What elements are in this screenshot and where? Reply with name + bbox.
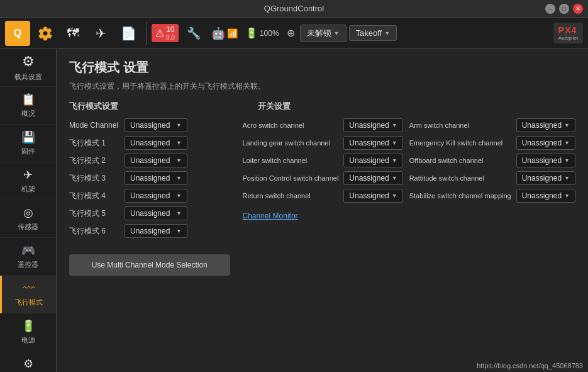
sidebar: ⚙ 载具设置 📋 概况 💾 固件 ✈ 机架 ◎ 传感器 🎮 遥控器 〰 飞行模式…	[0, 49, 57, 372]
rattitude-switch-select[interactable]: Unassigned ▼	[516, 171, 575, 185]
mode-channel-value: Unassigned	[130, 121, 170, 130]
rattitude-switch-label: Rattitude switch channel	[409, 174, 511, 182]
emgcy-kill-arrow-icon: ▼	[564, 140, 570, 146]
stabilize-switch-select[interactable]: Unassigned ▼	[516, 189, 575, 203]
multi-channel-button[interactable]: Use Multi Channel Mode Selection	[69, 254, 230, 276]
flight-mode-5-label: 飞行模式 5	[69, 208, 119, 219]
arm-switch-row: Arm switch channel Unassigned ▼	[409, 118, 575, 132]
sidebar-item-sensors[interactable]: ◎ 传感器	[0, 200, 56, 238]
acro-switch-label: Acro switch channel	[243, 121, 339, 129]
sidebar-label-radio: 遥控器	[18, 260, 38, 269]
channel-monitor-link[interactable]: Channel Monitor	[243, 211, 576, 220]
maximize-button[interactable]: □	[559, 4, 569, 14]
signal-icon: 📶	[227, 28, 238, 38]
pos-ctrl-switch-select[interactable]: Unassigned ▼	[343, 171, 402, 185]
page-title: 飞行模式 设置	[69, 59, 575, 76]
vehicle-status: 🤖 📶	[209, 26, 240, 40]
sidebar-label-airframe: 机架	[21, 184, 35, 194]
sidebar-label-flightmodes: 飞行模式	[15, 298, 43, 307]
section-header-right: 开关设置	[258, 101, 575, 112]
settings-icon[interactable]	[33, 21, 58, 46]
sidebar-item-tools[interactable]: ⚙ 载具设置	[0, 49, 56, 87]
flight-mode-6-label: 飞行模式 6	[69, 226, 119, 237]
flight-mode-4-row: 飞行模式 4 Unassigned ▼	[69, 189, 230, 203]
flight-mode-2-select[interactable]: Unassigned ▼	[125, 154, 187, 167]
acro-switch-select[interactable]: Unassigned ▼	[343, 118, 402, 132]
sidebar-item-flightmodes[interactable]: 〰 飞行模式	[0, 276, 56, 313]
loiter-switch-select[interactable]: Unassigned ▼	[343, 154, 402, 167]
sidebar-label-tools: 载具设置	[14, 72, 42, 82]
takeoff-dropdown[interactable]: Takeoff ▼	[349, 25, 397, 41]
flight-mode-3-row: 飞行模式 3 Unassigned ▼	[69, 171, 230, 185]
offboard-switch-select[interactable]: Unassigned ▼	[516, 154, 575, 167]
sidebar-item-summary[interactable]: 📋 概况	[0, 87, 56, 125]
mode-channel-arrow-icon: ▼	[176, 122, 182, 128]
sidebar-label-sensors: 传感器	[18, 222, 38, 232]
plan-icon[interactable]: 🗺	[60, 21, 86, 46]
fly-icon[interactable]: ✈	[88, 21, 113, 46]
sidebar-item-motors[interactable]: ⚙ 电机	[0, 351, 56, 372]
sidebar-item-radio[interactable]: 🎮 遥控器	[0, 238, 56, 276]
radio-icon: 🎮	[21, 244, 35, 257]
acro-switch-arrow-icon: ▼	[392, 122, 397, 128]
arm-switch-arrow-icon: ▼	[564, 122, 570, 128]
rattitude-switch-row: Rattitude switch channel Unassigned ▼	[409, 171, 575, 185]
offboard-switch-row: Offboard switch channel Unassigned ▼	[409, 154, 575, 167]
stabilize-switch-value: Unassigned	[522, 191, 562, 200]
flight-mode-section: Mode Channel Unassigned ▼ 飞行模式 1 Unassig…	[69, 118, 230, 276]
sidebar-item-power[interactable]: 🔋 电源	[0, 313, 56, 351]
vehicle-icon: 🤖	[211, 26, 225, 40]
content-area: 飞行模式 设置 飞行模式设置，用于将遥控器上的开关与飞行模式相关联。 飞行模式设…	[57, 49, 588, 372]
landing-gear-select[interactable]: Unassigned ▼	[343, 136, 402, 150]
flight-mode-1-select[interactable]: Unassigned ▼	[125, 136, 187, 150]
pos-ctrl-switch-label: Position Control switch channel	[243, 174, 339, 182]
stabilize-switch-row: Stabilize switch channel mapping Unassig…	[409, 189, 575, 203]
switch-col-1: Acro switch channel Unassigned ▼ Landing…	[243, 118, 403, 203]
arm-switch-select[interactable]: Unassigned ▼	[516, 118, 575, 132]
tools-icon[interactable]: 🔧	[181, 21, 206, 46]
lock-dropdown[interactable]: 未解锁 ▼	[300, 25, 347, 42]
flight-mode-3-label: 飞行模式 3	[69, 173, 119, 184]
emgcy-kill-row: Emergency Kill switch channel Unassigned…	[409, 136, 575, 150]
mode-channel-select[interactable]: Unassigned ▼	[125, 118, 187, 132]
flight-mode-5-select[interactable]: Unassigned ▼	[125, 206, 187, 220]
arm-switch-label: Arm switch channel	[409, 121, 511, 129]
switch-col-2: Arm switch channel Unassigned ▼ Emergenc…	[409, 118, 575, 203]
analyze-icon[interactable]: 📄	[116, 21, 141, 46]
sidebar-item-airframe[interactable]: ✈ 机架	[0, 162, 56, 200]
window-controls: – □ ✕	[545, 4, 583, 14]
toolbar: Q 🗺 ✈ 📄 ⚠ 10 0.0 🔧 🤖 📶 🔋 100%	[0, 18, 588, 49]
warning-indicator[interactable]: ⚠ 10 0.0	[152, 24, 179, 42]
sidebar-label-firmware: 固件	[21, 147, 35, 156]
takeoff-label: Takeoff	[356, 28, 382, 38]
section-header-left: 飞行模式设置	[69, 101, 258, 112]
flight-mode-1-value: Unassigned	[130, 138, 170, 147]
qgc-icon[interactable]: Q	[5, 21, 30, 46]
flight-mode-2-label: 飞行模式 2	[69, 155, 119, 166]
flight-mode-5-value: Unassigned	[130, 209, 170, 218]
toolbar-divider-1	[146, 22, 147, 45]
tools-sidebar-icon: ⚙	[22, 54, 35, 70]
warning-count: 10	[166, 25, 175, 34]
landing-gear-row: Landing gear switch channel Unassigned ▼	[243, 136, 403, 150]
flight-mode-2-arrow-icon: ▼	[176, 157, 182, 164]
flight-mode-2-value: Unassigned	[130, 156, 170, 165]
stabilize-switch-label: Stabilize switch channel mapping	[409, 192, 511, 200]
close-button[interactable]: ✕	[573, 4, 583, 14]
flight-mode-6-select[interactable]: Unassigned ▼	[125, 224, 187, 238]
sidebar-item-firmware[interactable]: 💾 固件	[0, 125, 56, 162]
main-layout: ⚙ 载具设置 📋 概况 💾 固件 ✈ 机架 ◎ 传感器 🎮 遥控器 〰 飞行模式…	[0, 49, 588, 372]
settings-grid: Mode Channel Unassigned ▼ 飞行模式 1 Unassig…	[69, 118, 575, 276]
flight-mode-3-select[interactable]: Unassigned ▼	[125, 171, 187, 185]
emgcy-kill-select[interactable]: Unassigned ▼	[516, 136, 575, 150]
flight-mode-6-arrow-icon: ▼	[176, 228, 182, 234]
motors-icon: ⚙	[23, 357, 33, 371]
battery-status: 🔋 100%	[243, 27, 282, 39]
minimize-button[interactable]: –	[545, 4, 555, 14]
return-switch-select[interactable]: Unassigned ▼	[343, 189, 402, 203]
flight-mode-4-select[interactable]: Unassigned ▼	[125, 189, 187, 203]
flight-mode-4-value: Unassigned	[130, 191, 170, 200]
offboard-switch-value: Unassigned	[522, 156, 562, 165]
landing-gear-label: Landing gear switch channel	[243, 139, 339, 147]
emgcy-kill-value: Unassigned	[522, 138, 562, 147]
